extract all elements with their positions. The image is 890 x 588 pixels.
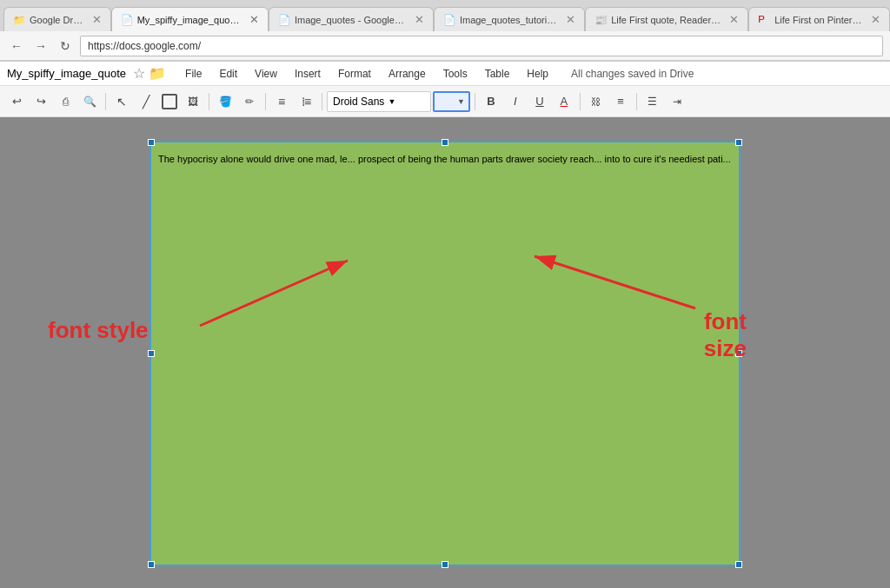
tab-label-pinterest: Life First on Pinterest	[774, 15, 863, 25]
handle-top-right[interactable]	[735, 139, 742, 146]
back-button[interactable]: ←	[7, 36, 26, 56]
menu-insert[interactable]: Insert	[286, 65, 329, 83]
menu-edit[interactable]: Edit	[210, 65, 246, 83]
browser-chrome: 📁 Google Drive ✕ 📄 My_spiffy_image_quote…	[0, 0, 890, 62]
toolbar-sep-6	[580, 93, 581, 110]
tab-life-first[interactable]: 📰 Life First quote, Readers... ✕	[585, 7, 748, 31]
tab-image-quotes[interactable]: 📄 Image_quotes - Google S... ✕	[269, 7, 434, 31]
link-button[interactable]: ⛓	[585, 90, 608, 113]
tab-close-spiffy[interactable]: ✕	[249, 13, 259, 26]
tab-favicon-life: 📰	[594, 14, 607, 26]
address-input[interactable]	[80, 36, 883, 56]
handle-bot-left[interactable]	[148, 561, 155, 568]
star-icon[interactable]: ☆	[133, 65, 145, 82]
handle-bot-mid[interactable]	[442, 561, 448, 568]
font-name-label: Droid Sans	[333, 96, 384, 108]
menu-help[interactable]: Help	[518, 65, 557, 83]
font-selector[interactable]: Droid Sans ▼	[327, 91, 431, 112]
toolbar-sep-7	[636, 93, 637, 110]
handle-bot-right[interactable]	[735, 561, 742, 568]
undo-button[interactable]: ↩	[5, 90, 28, 113]
tab-label-spiffy: My_spiffy_image_quote -	[137, 15, 242, 25]
image-tool-button[interactable]: 🖼	[182, 90, 204, 113]
underline-button[interactable]: U	[528, 90, 551, 113]
paint-bucket-button[interactable]: 🪣	[214, 90, 236, 113]
tab-spiffy[interactable]: 📄 My_spiffy_image_quote - ✕	[111, 7, 269, 31]
content-area: The hypocrisy alone would drive one mad,…	[0, 117, 890, 588]
toolbar-sep-5	[475, 93, 475, 110]
tab-bar: 📁 Google Drive ✕ 📄 My_spiffy_image_quote…	[0, 0, 890, 31]
indent-button[interactable]: ⇥	[666, 90, 688, 113]
font-size-input[interactable]	[438, 96, 457, 108]
font-style-annotation: font style	[48, 317, 149, 344]
font-size-wrapper: ▼ 6 7 8 9 10 11 12 14 18 24 30 36 48 60 …	[433, 91, 470, 112]
font-size-box[interactable]: ▼	[433, 91, 470, 112]
toolbar-sep-2	[209, 93, 209, 110]
menu-tools[interactable]: Tools	[435, 65, 476, 83]
tab-favicon-spiffy: 📄	[121, 14, 133, 26]
folder-icon[interactable]: 📁	[149, 65, 166, 82]
tab-image-quotes-tutorial[interactable]: 📄 Image_quotes_tutorial - ✕	[434, 7, 585, 31]
handle-mid-right[interactable]	[735, 350, 742, 357]
forward-button[interactable]: →	[31, 36, 50, 56]
tab-favicon-tutorial: 📄	[443, 14, 455, 26]
handle-top-mid[interactable]	[442, 139, 448, 146]
bold-button[interactable]: B	[480, 90, 502, 113]
align-left-button[interactable]: ≡	[270, 90, 293, 113]
pen-button[interactable]: ✏	[238, 90, 261, 113]
document-canvas[interactable]: The hypocrisy alone would drive one mad,…	[149, 141, 741, 566]
toolbar-sep-3	[265, 93, 266, 110]
reload-button[interactable]: ↻	[56, 36, 75, 56]
paint-format-button[interactable]: ⎙	[54, 90, 76, 113]
menu-file[interactable]: File	[176, 65, 210, 83]
shape-tool-button[interactable]	[162, 94, 177, 109]
menu-format[interactable]: Format	[329, 65, 380, 83]
tab-favicon-pinterest: P	[758, 14, 770, 26]
tab-close-life[interactable]: ✕	[729, 13, 739, 26]
address-bar-row: ← → ↻	[0, 31, 890, 61]
tab-close-quotes[interactable]: ✕	[415, 13, 424, 26]
save-status: All changes saved in Drive	[571, 68, 694, 80]
tab-favicon-drive: 📁	[13, 14, 25, 26]
handle-top-left[interactable]	[148, 139, 155, 146]
font-size-dropdown-btn[interactable]: ▼	[457, 97, 465, 106]
doc-title: My_spiffy_image_quote	[7, 67, 126, 80]
handle-mid-left[interactable]	[148, 350, 155, 357]
tab-label-tutorial: Image_quotes_tutorial -	[460, 15, 558, 25]
tab-google-drive[interactable]: 📁 Google Drive ✕	[3, 7, 111, 31]
menu-table[interactable]: Table	[476, 65, 519, 83]
tab-close-tutorial[interactable]: ✕	[566, 13, 575, 26]
align-center-button[interactable]: ⁞≡	[295, 90, 317, 113]
redo-button[interactable]: ↪	[30, 90, 52, 113]
document-text: The hypocrisy alone would drive one mad,…	[158, 153, 732, 166]
toolbar-sep-4	[322, 93, 322, 110]
tab-pinterest[interactable]: P Life First on Pinterest ✕	[748, 7, 890, 31]
tab-label-quotes: Image_quotes - Google S...	[295, 15, 407, 25]
cursor-button[interactable]: ↖	[110, 90, 133, 113]
list-button[interactable]: ☰	[641, 90, 664, 113]
toolbar: ↩ ↪ ⎙ 🔍 ↖ ╱ 🖼 🪣 ✏ ≡ ⁞≡ Droid Sans ▼ ▼ 6 …	[0, 86, 890, 117]
line-tool-button[interactable]: ╱	[135, 90, 157, 113]
font-dropdown-icon: ▼	[388, 97, 395, 106]
tab-favicon-quotes: 📄	[278, 14, 290, 26]
font-color-button[interactable]: A	[553, 90, 575, 113]
tab-close-drive[interactable]: ✕	[92, 13, 102, 26]
zoom-button[interactable]: 🔍	[78, 90, 101, 113]
menu-view[interactable]: View	[246, 65, 286, 83]
toolbar-sep-1	[105, 93, 106, 110]
tab-label-drive: Google Drive	[30, 15, 84, 25]
italic-button[interactable]: I	[504, 90, 527, 113]
tab-label-life: Life First quote, Readers...	[611, 15, 721, 25]
tab-close-pinterest[interactable]: ✕	[871, 13, 880, 26]
app-menubar: My_spiffy_image_quote ☆ 📁 File Edit View…	[0, 62, 890, 86]
text-align-toolbar-button[interactable]: ≡	[609, 90, 632, 113]
menu-arrange[interactable]: Arrange	[380, 65, 435, 83]
